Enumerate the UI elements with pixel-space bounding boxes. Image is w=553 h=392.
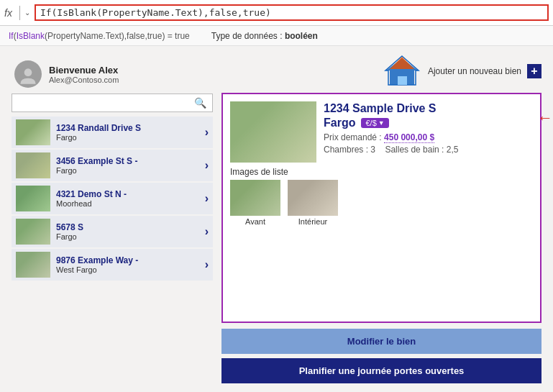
list-item[interactable]: 5678 S Fargo › [12,216,213,247]
result-type: Type de données : booléen [211,31,318,41]
list-item[interactable]: 4321 Demo St N - Moorhead › [12,183,213,214]
chevron-right-icon: › [205,126,209,139]
avatar [14,60,42,88]
main-layout: Bienvenue Alex Alex@Contoso.com 🔍 1234 R… [12,55,541,383]
detail-property-title: 1234 Sample Drive S [324,101,533,115]
images-section-label: Images de liste [230,167,533,177]
image-item-interieur: Intérieur [288,180,338,226]
property-thumbnail [16,119,50,145]
detail-price-row: Prix demandé : 450 000,00 $ [324,132,533,142]
svg-rect-4 [398,76,407,85]
search-icon: 🔍 [194,97,206,109]
formula-input[interactable] [35,4,549,21]
image-item-avant: Avant [230,180,280,226]
detail-info: 1234 Sample Drive S Fargo €/$ ▼ Prix dem… [324,101,533,163]
search-input[interactable] [18,98,194,109]
image-avant-label: Avant [245,217,265,226]
result-bar: If(IsBlank(PropertyName.Text),false,true… [0,26,553,46]
property-info: 5678 S Fargo [56,222,199,241]
property-list: 1234 Randall Drive S Fargo › 3456 Exampl… [12,117,213,383]
image-interieur-label: Intérieur [298,217,327,226]
chevron-down-icon[interactable]: ⌄ [24,9,30,17]
modify-button[interactable]: Modifier le bien [221,329,541,354]
property-city: Fargo [56,166,199,175]
app-content: Bienvenue Alex Alex@Contoso.com 🔍 1234 R… [0,46,553,392]
user-email: Alex@Contoso.com [49,76,119,84]
property-address: 3456 Example St S - [56,156,199,166]
property-info: 4321 Demo St N - Moorhead [56,189,199,208]
formula-bar: fx ⌄ [0,0,553,26]
rooms-label: Chambres : 3 [324,145,375,155]
price-label: Prix demandé : [324,132,382,142]
fx-divider [19,6,20,20]
detail-rooms-row: Chambres : 3 Salles de bain : 2,5 [324,145,533,155]
property-city: Moorhead [56,199,199,208]
property-address: 5678 S [56,222,199,232]
currency-label: €/$ [365,119,376,127]
chevron-right-icon: › [205,159,209,172]
property-info: 3456 Example St S - Fargo [56,156,199,175]
action-buttons: Modifier le bien Planifier une journée p… [221,329,541,383]
images-section: Images de liste Avant Intérieur [230,163,533,226]
property-city: Fargo [56,232,199,241]
chevron-right-icon: › [205,258,209,271]
result-formula: If(IsBlank(PropertyName.Text),false,true… [9,31,190,41]
user-name: Bienvenue Alex [49,65,119,76]
list-item[interactable]: 9876 Example Way - West Fargo › [12,249,213,281]
property-address: 1234 Randall Drive S [56,123,199,133]
house-logo-icon [383,55,422,87]
chevron-right-icon: › [205,192,209,205]
detail-city: Fargo [324,117,355,129]
property-address: 9876 Example Way - [56,255,199,265]
list-item[interactable]: 1234 Randall Drive S Fargo › [12,117,213,148]
list-item[interactable]: 3456 Example St S - Fargo › [12,150,213,181]
image-interieur-thumb [288,180,338,216]
user-header: Bienvenue Alex Alex@Contoso.com [12,55,213,94]
chevron-right-icon: › [205,225,209,238]
detail-city-row: Fargo €/$ ▼ [324,117,533,129]
images-row: Avant Intérieur [230,180,533,226]
image-avant-thumb [230,180,280,216]
price-value: 450 000,00 $ [384,132,434,143]
property-thumbnail [16,219,50,245]
detail-card-inner: 1234 Sample Drive S Fargo €/$ ▼ Prix dem… [230,101,533,163]
property-thumbnail [16,152,50,178]
right-header: Ajouter un nouveau bien + [221,55,541,87]
svg-point-0 [24,68,32,76]
currency-badge[interactable]: €/$ ▼ [361,118,388,128]
property-city: West Fargo [56,265,199,274]
add-property-label: Ajouter un nouveau bien [428,66,521,76]
left-panel: Bienvenue Alex Alex@Contoso.com 🔍 1234 R… [12,55,213,383]
property-city: Fargo [56,133,199,142]
dropdown-arrow-icon: ▼ [378,119,385,127]
property-thumbnail [16,252,50,278]
property-address: 4321 Demo St N - [56,189,199,199]
open-day-button[interactable]: Planifier une journée portes ouvertes [221,358,541,383]
fx-label: fx [4,7,12,19]
property-thumbnail [16,186,50,211]
detail-card: ← 1234 Sample Drive S Fargo €/$ ▼ [221,93,541,323]
bathrooms-label: Salles de bain : 2,5 [385,145,458,155]
user-info: Bienvenue Alex Alex@Contoso.com [49,65,119,84]
add-property-button[interactable]: + [527,64,541,78]
property-info: 1234 Randall Drive S Fargo [56,123,199,142]
arrow-indicator-icon: ← [537,109,553,127]
property-info: 9876 Example Way - West Fargo [56,255,199,274]
right-panel: Ajouter un nouveau bien + ← 1234 Sample … [221,55,541,383]
detail-main-image [230,101,316,163]
search-bar[interactable]: 🔍 [12,94,213,112]
